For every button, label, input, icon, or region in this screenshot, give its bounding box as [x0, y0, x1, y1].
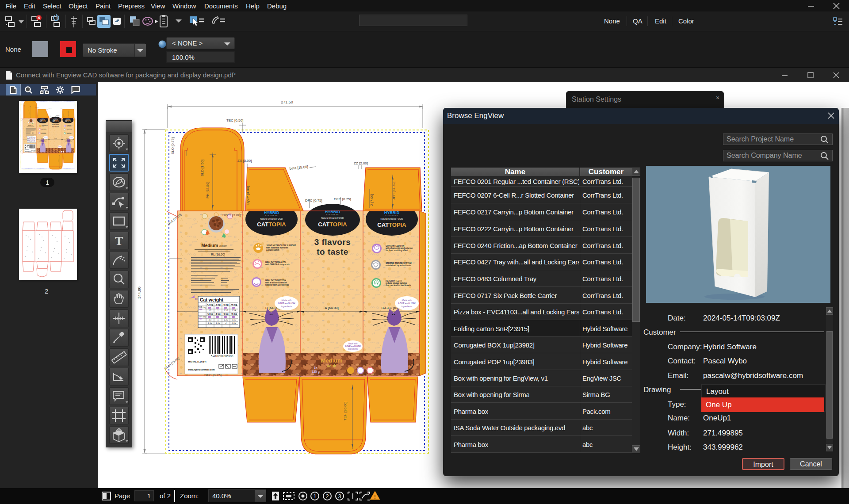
- svg-text:5 410298 086900: 5 410298 086900: [211, 355, 233, 358]
- svg-text:TEH [20.00]: TEH [20.00]: [343, 402, 347, 421]
- svg-text:Medium: Medium: [321, 357, 342, 364]
- svg-text:344.00: 344.00: [137, 286, 142, 299]
- svg-text:maintained by antioxidants: maintained by antioxidants: [386, 264, 412, 267]
- svg-text:DFC [0.75]: DFC [0.75]: [334, 197, 351, 201]
- svg-text:with OMEGA-6 fatty acids: with OMEGA-6 fatty acids: [265, 263, 290, 266]
- svg-text:ZX [5.00]: ZX [5.00]: [237, 159, 252, 163]
- svg-text:3 flavors: 3 flavors: [314, 237, 351, 247]
- svg-text:ingredients: ingredients: [348, 348, 358, 350]
- svg-text:271.50: 271.50: [281, 100, 293, 104]
- svg-text:6 kg: 6 kg: [223, 303, 228, 306]
- svg-text:3x: 3x: [314, 366, 317, 369]
- svg-text:adult: adult: [327, 364, 337, 368]
- svg-text:natural fiber & probiotics: natural fiber & probiotics: [265, 284, 289, 286]
- svg-text:SLD [1.50]: SLD [1.50]: [200, 160, 204, 176]
- svg-text:CATTOPIA: CATTOPIA: [257, 221, 286, 228]
- svg-text:T: T: [115, 234, 123, 248]
- svg-text:3 kg: 3 kg: [215, 303, 220, 306]
- svg-text:Z [7.00]: Z [7.00]: [370, 194, 374, 206]
- svg-text:CATTOPIA: CATTOPIA: [377, 221, 406, 228]
- svg-text:LOVE and LUSH: LOVE and LUSH: [345, 345, 361, 347]
- svg-text:2 1/3: 2 1/3: [232, 319, 237, 321]
- svg-text:SOFTWARE: SOFTWARE: [385, 215, 398, 217]
- svg-text:www.hybridsoftware.com: www.hybridsoftware.com: [187, 368, 215, 371]
- svg-text:SLO [0.75]: SLO [0.75]: [171, 137, 175, 154]
- svg-text:LOVE and LUSH: LOVE and LUSH: [398, 302, 416, 305]
- svg-text:1 1/2: 1 1/2: [224, 309, 229, 312]
- svg-text:6 kg: 6 kg: [223, 313, 228, 315]
- svg-text:125 g: 125 g: [312, 370, 320, 374]
- svg-text:Natural Organic FOOD: Natural Organic FOOD: [321, 217, 344, 219]
- svg-text:Cat weight: Cat weight: [200, 297, 224, 302]
- svg-text:TEC [0.50]: TEC [0.50]: [226, 118, 243, 122]
- svg-text:Made with: Made with: [348, 343, 358, 345]
- svg-text:& glucosamin: & glucosamin: [266, 249, 279, 251]
- svg-text:Made with: Made with: [402, 299, 412, 302]
- svg-text:<3 kg: <3 kg: [207, 313, 213, 315]
- svg-text:3: 3: [338, 493, 341, 500]
- svg-text:to taste: to taste: [317, 247, 348, 256]
- svg-text:1 1/2: 1 1/2: [208, 322, 213, 324]
- svg-text:for their soothing effect: for their soothing effect: [386, 249, 408, 252]
- svg-text:>6 kg: >6 kg: [231, 313, 237, 315]
- svg-text:that can lead to bad breath: that can lead to bad breath: [386, 284, 411, 286]
- svg-text:SOFTWARE: SOFTWARE: [326, 214, 339, 216]
- svg-text:ingredients: ingredients: [402, 305, 413, 308]
- svg-text:LOVE and LUSH: LOVE and LUSH: [278, 302, 295, 305]
- svg-text:1/2: 1/2: [209, 309, 212, 312]
- svg-text:DFC [0.75]: DFC [0.75]: [305, 199, 322, 202]
- svg-text:ZZ [2.00]: ZZ [2.00]: [354, 161, 368, 165]
- svg-text:DzZY [3.00]: DzZY [3.00]: [222, 213, 241, 217]
- svg-text:HYBRID: HYBRID: [325, 210, 340, 214]
- svg-text:1 2/3: 1 2/3: [224, 319, 229, 321]
- svg-text:Natural Organic FOOD: Natural Organic FOOD: [381, 218, 403, 220]
- svg-text:<3 kg: <3 kg: [207, 303, 213, 306]
- svg-text:PH [62.50]: PH [62.50]: [206, 182, 210, 199]
- svg-text:DFC [0.75]: DFC [0.75]: [204, 373, 222, 377]
- svg-text:3 kg: 3 kg: [215, 313, 220, 315]
- svg-text:A [64.00]: A [64.00]: [325, 306, 339, 310]
- svg-text:!: !: [374, 493, 376, 500]
- svg-text:Made with: Made with: [282, 299, 292, 302]
- svg-text:CUP /day: CUP /day: [198, 316, 207, 318]
- svg-text:2 1/2: 2 1/2: [232, 322, 237, 324]
- svg-text:>6 kg: >6 kg: [231, 303, 237, 306]
- svg-text:1 3/4: 1 3/4: [232, 309, 237, 312]
- svg-text:SOFTWARE: SOFTWARE: [265, 215, 278, 217]
- svg-text:DFH [41.50]: DFH [41.50]: [392, 181, 396, 200]
- svg-text:2/3: 2/3: [209, 319, 212, 321]
- svg-text:RL [16.00]: RL [16.00]: [211, 253, 225, 256]
- svg-text:DyZY [3.00]: DyZY [3.00]: [246, 186, 250, 205]
- svg-text:MARKETED BY:: MARKETED BY:: [188, 360, 207, 363]
- svg-text:CATTOPIA: CATTOPIA: [318, 221, 347, 228]
- svg-text:Natural Organic FOOD: Natural Organic FOOD: [260, 218, 283, 220]
- svg-text:ingredients: ingredients: [281, 305, 292, 308]
- svg-text:beta [15.00]: beta [15.00]: [289, 165, 308, 171]
- svg-text:2: 2: [325, 493, 329, 500]
- svg-text:1 1/2: 1 1/2: [216, 322, 221, 324]
- svg-text:CUP /day: CUP /day: [198, 306, 207, 309]
- svg-text:1: 1: [313, 493, 316, 500]
